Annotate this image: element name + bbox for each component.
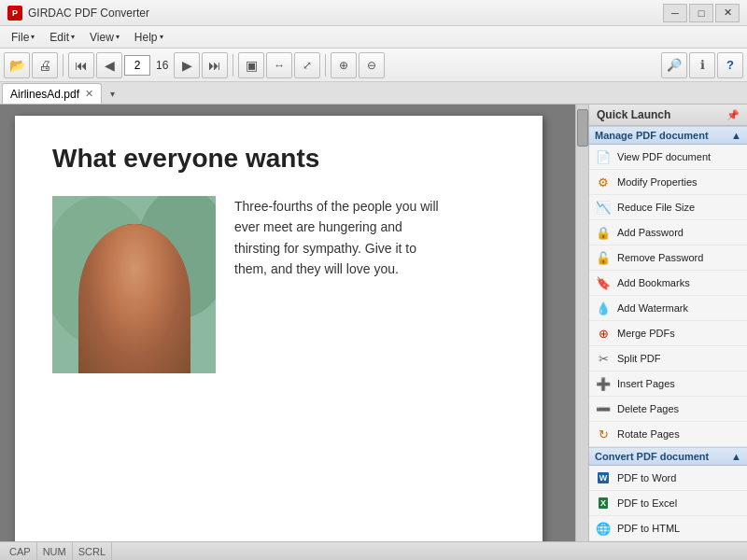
tab-airlines-ad[interactable]: AirlinesAd.pdf ✕ xyxy=(2,83,102,104)
remove-password-item[interactable]: 🔓 Remove Password xyxy=(589,245,747,271)
pdf-to-excel-item[interactable]: X PDF to Excel xyxy=(589,491,747,516)
help-button[interactable]: ? xyxy=(717,52,743,78)
zoom-out-button[interactable]: ⊖ xyxy=(359,52,385,78)
manage-pdf-label: Manage PDF document xyxy=(595,130,709,141)
svg-point-3 xyxy=(83,280,186,373)
status-cap: CAP xyxy=(4,542,37,560)
search-button[interactable]: 🔎 xyxy=(661,52,687,78)
tab-label: AirlinesAd.pdf xyxy=(10,88,79,101)
menu-view[interactable]: View ▾ xyxy=(82,29,127,46)
prev-page-button[interactable]: ◀ xyxy=(96,52,122,78)
quick-launch-title: Quick Launch xyxy=(597,108,670,121)
status-scrl: SCRL xyxy=(73,542,112,560)
view-pdf-item[interactable]: 📄 View PDF document xyxy=(589,145,747,170)
zoom-in-button[interactable]: ⊕ xyxy=(331,52,357,78)
add-watermark-label: Add Watermark xyxy=(617,302,688,314)
rotate-pages-item[interactable]: ↻ Rotate Pages xyxy=(589,422,747,447)
tab-dropdown-button[interactable]: ▾ xyxy=(104,83,120,104)
menu-file[interactable]: File ▾ xyxy=(4,29,42,46)
modify-props-icon: ⚙ xyxy=(595,174,612,190)
merge-pdfs-item[interactable]: ⊕ Merge PDFs xyxy=(589,321,747,346)
svg-point-13 xyxy=(140,261,148,271)
reduce-size-label: Reduce File Size xyxy=(617,202,695,213)
info-button[interactable]: ℹ xyxy=(689,52,715,78)
svg-point-12 xyxy=(121,261,129,271)
single-page-button[interactable]: ▣ xyxy=(238,52,264,78)
next-page-button[interactable]: ▶ xyxy=(174,52,200,78)
pdf-to-excel-label: PDF to Excel xyxy=(617,497,677,509)
reduce-size-item[interactable]: 📉 Reduce File Size xyxy=(589,195,747,220)
add-bookmarks-icon: 🔖 xyxy=(595,274,612,291)
window-controls: ─ □ ✕ xyxy=(663,4,740,22)
toolbar-sep-2 xyxy=(233,54,233,77)
page-title: What everyone wants xyxy=(52,144,505,174)
open-button[interactable]: 📂 xyxy=(4,52,30,78)
page-number-input[interactable] xyxy=(124,55,150,76)
toolbar-sep-3 xyxy=(325,54,326,77)
menu-help[interactable]: Help ▾ xyxy=(127,29,171,46)
svg-point-9 xyxy=(86,299,183,373)
maximize-button[interactable]: □ xyxy=(689,4,713,22)
pdf-to-html-item[interactable]: 🌐 PDF to HTML xyxy=(589,516,747,541)
add-bookmarks-item[interactable]: 🔖 Add Bookmarks xyxy=(589,271,747,296)
insert-pages-item[interactable]: ➕ Insert Pages xyxy=(589,371,747,397)
minimize-button[interactable]: ─ xyxy=(663,4,687,22)
add-password-item[interactable]: 🔒 Add Password xyxy=(589,220,747,245)
fit-width-button[interactable]: ↔ xyxy=(266,52,292,78)
page-body: Three-fourths of the people you will eve… xyxy=(52,196,505,373)
insert-pages-icon: ➕ xyxy=(595,375,612,392)
remove-password-label: Remove Password xyxy=(617,252,703,263)
svg-rect-10 xyxy=(141,317,188,350)
tab-close-button[interactable]: ✕ xyxy=(85,88,93,100)
app-icon: P xyxy=(7,6,22,21)
svg-point-6 xyxy=(93,233,127,327)
close-button[interactable]: ✕ xyxy=(715,4,740,22)
document-viewer: What everyone wants xyxy=(0,105,588,541)
delete-pages-icon: ➖ xyxy=(595,400,612,417)
print-button[interactable]: 🖨 xyxy=(32,52,58,78)
insert-pages-label: Insert Pages xyxy=(617,378,675,389)
app-title: GIRDAC PDF Converter xyxy=(28,7,663,20)
svg-point-2 xyxy=(136,196,216,317)
document-scrollbar[interactable] xyxy=(575,105,588,541)
fit-page-button[interactable]: ⤢ xyxy=(294,52,320,78)
add-bookmarks-label: Add Bookmarks xyxy=(617,277,690,288)
menu-edit-arrow: ▾ xyxy=(71,33,75,41)
rotate-pages-label: Rotate Pages xyxy=(617,428,680,440)
split-pdf-label: Split PDF xyxy=(617,353,660,364)
document-scroll-thumb[interactable] xyxy=(577,109,588,147)
quick-launch-panel: Quick Launch 📌 Manage PDF document ▲ 📄 V… xyxy=(588,105,747,541)
add-password-icon: 🔒 xyxy=(595,224,612,241)
convert-pdf-section-header[interactable]: Convert PDF document ▲ xyxy=(589,447,747,466)
svg-point-5 xyxy=(101,224,168,280)
view-pdf-label: View PDF document xyxy=(617,151,711,162)
modify-props-item[interactable]: ⚙ Modify Properties xyxy=(589,170,747,195)
tab-bar: AirlinesAd.pdf ✕ ▾ xyxy=(0,82,747,105)
manage-pdf-section-header[interactable]: Manage PDF document ▲ xyxy=(589,126,747,145)
menu-edit[interactable]: Edit ▾ xyxy=(42,29,82,46)
pdf-to-html-label: PDF to HTML xyxy=(617,523,680,534)
convert-pdf-collapse-icon: ▲ xyxy=(731,451,741,462)
pdf-to-word-icon: W xyxy=(595,469,612,486)
status-bar: CAP NUM SCRL xyxy=(0,541,747,560)
delete-pages-label: Delete Pages xyxy=(617,403,679,414)
merge-pdfs-label: Merge PDFs xyxy=(617,328,675,339)
add-watermark-icon: 💧 xyxy=(595,300,612,316)
first-page-button[interactable]: ⏮ xyxy=(68,52,94,78)
menu-file-arrow: ▾ xyxy=(31,33,35,41)
add-watermark-item[interactable]: 💧 Add Watermark xyxy=(589,296,747,321)
status-num: NUM xyxy=(37,542,73,560)
delete-pages-item[interactable]: ➖ Delete Pages xyxy=(589,397,747,422)
menu-help-arrow: ▾ xyxy=(160,33,163,41)
last-page-button[interactable]: ⏭ xyxy=(202,52,228,78)
pdf-to-word-item[interactable]: W PDF to Word xyxy=(589,466,747,491)
pdf-to-word-label: PDF to Word xyxy=(617,472,676,483)
split-pdf-item[interactable]: ✂ Split PDF xyxy=(589,346,747,371)
quick-launch-header: Quick Launch 📌 xyxy=(589,105,747,126)
svg-point-7 xyxy=(142,233,176,327)
convert-pdf-label: Convert PDF document xyxy=(595,451,709,462)
toolbar-sep-1 xyxy=(63,54,63,77)
svg-rect-8 xyxy=(125,289,144,308)
add-password-label: Add Password xyxy=(617,227,684,238)
remove-password-icon: 🔓 xyxy=(595,249,612,266)
